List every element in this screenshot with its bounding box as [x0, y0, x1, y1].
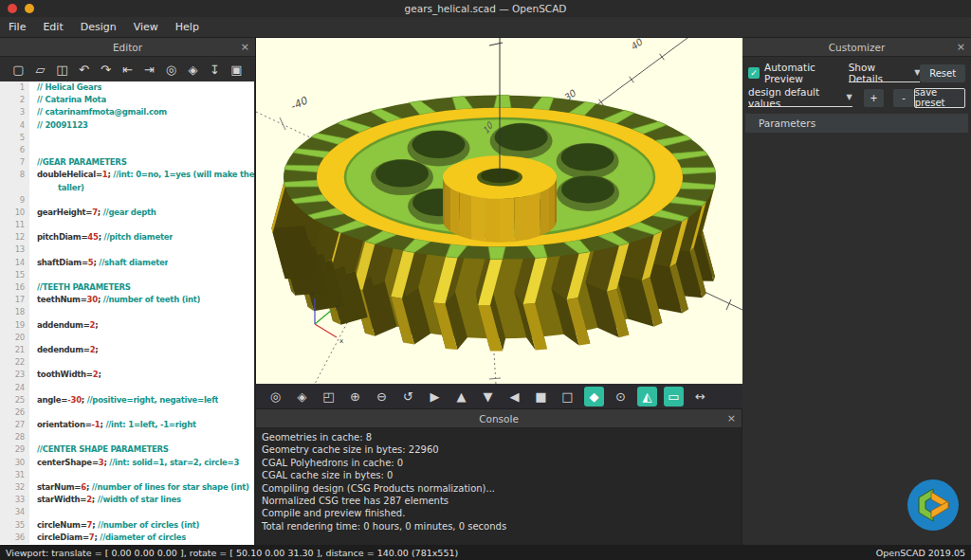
- code-line: 15: [0, 269, 254, 281]
- gear-render: -40103040zyx: [256, 38, 742, 384]
- code-line: 2// Catarina Mota: [0, 94, 254, 106]
- view-front-icon[interactable]: ■: [531, 387, 551, 406]
- code-line: 25angle=-30; //positive=right, negative=…: [0, 394, 254, 406]
- undo-icon[interactable]: ↶: [74, 60, 94, 80]
- code-area[interactable]: 1// Helical Gears2// Catarina Mota3// ca…: [0, 81, 254, 545]
- code-line: 34: [0, 506, 254, 518]
- parameters-label: Parameters: [759, 117, 815, 129]
- new-file-icon[interactable]: ▢: [9, 60, 28, 80]
- close-icon[interactable]: ×: [727, 412, 736, 423]
- menu-design[interactable]: Design: [72, 17, 125, 38]
- close-icon[interactable]: ×: [957, 41, 965, 51]
- editor-panel: Editor × ▢▱◫↶↷⇤⇥◎◈↧▣ 1// Helical Gears2/…: [0, 38, 256, 545]
- code-line: 17teethNum=30; //number of teeth (int): [0, 294, 254, 306]
- preview-icon[interactable]: ◎: [161, 60, 181, 80]
- svg-text:40: 40: [630, 38, 644, 52]
- editor-panel-title: Editor: [113, 42, 142, 53]
- show-details-dropdown[interactable]: Show Details ▼: [849, 64, 921, 82]
- close-icon[interactable]: ×: [241, 41, 249, 51]
- editor-toolbar: ▢▱◫↶↷⇤⇥◎◈↧▣: [0, 57, 255, 81]
- code-line: 27orientation=-1; //int: 1=left, -1=righ…: [0, 419, 254, 431]
- code-line: 13: [0, 244, 254, 256]
- view-all-icon[interactable]: ◰: [319, 387, 339, 406]
- reset-view-icon[interactable]: ↺: [398, 387, 418, 406]
- viewport-toolbar: ◎◈◰⊕⊖↺▶▲▼◀■□◆⊙◭▭↔: [256, 384, 742, 409]
- automatic-preview-checkbox[interactable]: ✓: [748, 67, 760, 79]
- code-line: 30centerShape=3; //int: solid=1, star=2,…: [0, 457, 254, 469]
- indent-icon[interactable]: ⇥: [139, 60, 159, 80]
- svg-text:z: z: [310, 290, 314, 298]
- console-line: CGAL cache size in bytes: 0: [262, 469, 736, 481]
- preview-icon[interactable]: ◎: [266, 387, 285, 406]
- console-panel-header[interactable]: Console ×: [256, 409, 742, 428]
- code-line: 7//GEAR PARAMETERS: [0, 156, 254, 169]
- zoom-out-icon[interactable]: ⊖: [372, 387, 392, 406]
- code-line: 18: [0, 306, 254, 318]
- orthographic-icon[interactable]: ▭: [664, 387, 684, 406]
- measure-icon[interactable]: ↔: [690, 387, 710, 406]
- parameters-section-header[interactable]: Parameters: [745, 114, 968, 133]
- preset-dropdown[interactable]: design default values ▼: [748, 89, 852, 107]
- console-line: Normalized CSG tree has 287 elements: [262, 495, 736, 507]
- reset-button[interactable]: Reset: [920, 64, 965, 82]
- console-panel-title: Console: [479, 413, 519, 425]
- print-icon[interactable]: ▣: [227, 60, 247, 80]
- code-line: 19addendum=2;: [0, 319, 254, 332]
- customizer-panel-title: Customizer: [829, 42, 885, 53]
- console-line: Geometry cache size in bytes: 22960: [262, 443, 736, 456]
- view-left-icon[interactable]: ◀: [504, 387, 524, 406]
- svg-text:y: y: [335, 303, 339, 311]
- code-line: 35circleNum=7; //number of circles (int): [0, 519, 254, 532]
- code-line: 6: [0, 144, 254, 156]
- menu-edit[interactable]: Edit: [34, 17, 71, 38]
- view-bottom-icon[interactable]: ▼: [478, 387, 498, 406]
- code-line: 1// Helical Gears: [0, 81, 254, 94]
- viewport-status-text: Viewport: translate = [ 0.00 0.00 0.00 ]…: [6, 548, 458, 558]
- customizer-row-2: design default values ▼ + - save preset: [748, 87, 965, 108]
- code-line: 21dedendum=2;: [0, 344, 254, 356]
- code-line: 26: [0, 406, 254, 419]
- redo-icon[interactable]: ↷: [96, 60, 116, 80]
- view-top-icon[interactable]: ▲: [451, 387, 471, 406]
- perspective-icon[interactable]: ◭: [637, 387, 657, 406]
- view-back-icon[interactable]: □: [558, 387, 577, 406]
- editor-panel-header[interactable]: Editor ×: [0, 38, 255, 57]
- version-text: OpenSCAD 2019.05: [876, 548, 965, 558]
- add-preset-button[interactable]: +: [864, 89, 885, 107]
- console-panel: Console × Geometries in cache: 8Geometry…: [256, 409, 742, 545]
- menu-view[interactable]: View: [125, 17, 167, 38]
- unindent-icon[interactable]: ⇤: [118, 60, 137, 80]
- export-stl-icon[interactable]: ↧: [205, 60, 225, 80]
- code-line: 32starNum=6; //number of lines for star …: [0, 481, 254, 494]
- customizer-panel: Customizer × ✓ Automatic Preview Show De…: [742, 38, 971, 545]
- render-icon[interactable]: ◈: [292, 387, 312, 406]
- zoom-in-icon[interactable]: ⊕: [345, 387, 365, 406]
- code-line: 24: [0, 382, 254, 394]
- view-right-icon[interactable]: ▶: [425, 387, 445, 406]
- code-line: 20: [0, 332, 254, 344]
- view-diagonal-icon[interactable]: ◆: [584, 387, 604, 406]
- menu-file[interactable]: File: [0, 17, 34, 38]
- console-line: Compile and preview finished.: [262, 507, 736, 519]
- render-icon[interactable]: ◈: [183, 60, 203, 80]
- save-preset-button[interactable]: save preset: [914, 88, 965, 108]
- open-icon[interactable]: ▱: [30, 60, 50, 80]
- save-icon[interactable]: ◫: [52, 60, 72, 80]
- 3d-viewport[interactable]: -40103040zyx: [256, 38, 742, 384]
- customizer-panel-header[interactable]: Customizer ×: [742, 38, 971, 57]
- openscad-logo-icon: [905, 477, 962, 533]
- code-line: 8doubleHelical=1; //int: 0=no, 1=yes (wi…: [0, 169, 254, 181]
- svg-text:-40: -40: [290, 94, 308, 114]
- code-line: 4// 20091123: [0, 119, 254, 132]
- window-title: gears_helical.scad — OpenSCAD: [0, 3, 971, 14]
- code-line: 11: [0, 219, 254, 231]
- remove-preset-button[interactable]: -: [893, 89, 914, 107]
- code-line: 22: [0, 356, 254, 369]
- menu-help[interactable]: Help: [167, 17, 208, 38]
- code-line: 3// catarinamfmota@gmail.com: [0, 106, 254, 118]
- code-line: 12pitchDiam=45; //pitch diameter: [0, 231, 254, 244]
- code-line: 33starWidth=2; //width of star lines: [0, 494, 254, 506]
- view-center-icon[interactable]: ⊙: [611, 387, 631, 406]
- status-bar: Viewport: translate = [ 0.00 0.00 0.00 ]…: [0, 545, 971, 560]
- code-line: 29//CENTER SHAPE PARAMETERS: [0, 443, 254, 456]
